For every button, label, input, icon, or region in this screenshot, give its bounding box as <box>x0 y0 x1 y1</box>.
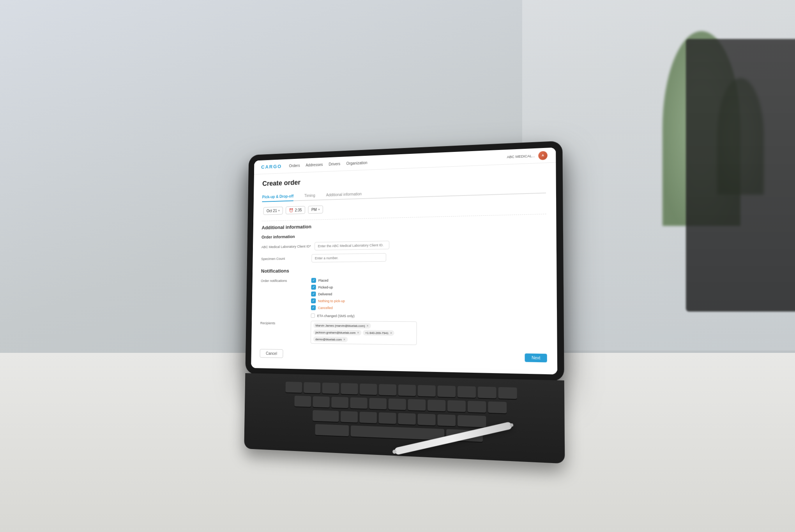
key[interactable] <box>313 396 329 407</box>
recipient-email-3: demo@bluelab.com <box>315 337 342 341</box>
eta-sms-row[interactable]: ETA changed (SMS only) <box>311 314 355 318</box>
key[interactable] <box>488 402 507 414</box>
background-monitor <box>686 39 795 312</box>
checkbox-nothing-label: Nothing to pick-up <box>318 299 345 303</box>
key[interactable] <box>331 397 348 408</box>
key[interactable] <box>447 400 466 412</box>
cancel-button[interactable]: Cancel <box>260 349 283 358</box>
key[interactable] <box>378 412 396 424</box>
tag-remove-icon[interactable]: × <box>357 331 359 335</box>
avatar: A <box>538 151 548 160</box>
next-button[interactable]: Next <box>525 353 547 362</box>
order-notifications-row: Order notifications ✓ Placed <box>260 277 547 319</box>
key[interactable] <box>437 414 455 426</box>
specimen-count-input[interactable] <box>311 253 386 262</box>
key[interactable] <box>341 383 358 395</box>
recipients-row: Recipients Marvin James (marvin@bluelab.… <box>260 321 547 347</box>
recipients-box[interactable]: Marvin James (marvin@bluelab.com) × jack… <box>311 321 417 345</box>
app-ui: CARGO Orders Addresses Drivers Organizat… <box>251 148 557 375</box>
nav-items: Orders Addresses Drivers Organization <box>289 159 367 170</box>
tab-pickup-dropoff[interactable]: Pick-up & Drop-off <box>262 192 293 201</box>
checkbox-nothing-to-pickup[interactable]: ✓ Nothing to pick-up <box>311 298 355 303</box>
key[interactable] <box>350 397 367 409</box>
key[interactable] <box>304 382 320 393</box>
key[interactable] <box>437 386 455 397</box>
checkbox-placed[interactable]: ✓ Placed <box>311 278 355 283</box>
key[interactable] <box>398 384 415 396</box>
key[interactable] <box>458 386 476 398</box>
recipient-tag-1[interactable]: jackson.graham@bluelab.com × <box>313 329 362 335</box>
nav-organization[interactable]: Organization <box>346 159 367 167</box>
checkbox-placed-icon: ✓ <box>311 278 316 283</box>
notifications-title: Notifications <box>261 265 547 274</box>
scene: CARGO Orders Addresses Drivers Organizat… <box>0 0 795 532</box>
key[interactable] <box>379 384 396 395</box>
nav-orders[interactable]: Orders <box>289 162 300 169</box>
key[interactable] <box>498 387 517 399</box>
backspace-key[interactable] <box>458 415 486 427</box>
order-notifications-label: Order notifications <box>261 278 307 283</box>
key[interactable] <box>388 398 406 410</box>
checkbox-pickedup-label: Picked-up <box>318 285 333 289</box>
key[interactable] <box>359 412 376 423</box>
clock-icon: ⏰ <box>289 208 293 213</box>
checkbox-cancelled-icon: ✓ <box>311 305 316 310</box>
tag-remove-icon[interactable]: × <box>390 331 392 335</box>
tab-timing[interactable]: Timing <box>304 191 315 200</box>
checkbox-list: ✓ Placed ✓ Picked-up <box>311 278 355 318</box>
date-value: Oct 21 <box>267 209 277 213</box>
date-chevron-icon: ▾ <box>278 209 280 212</box>
client-id-row: ABC Medical Laboratory Client ID* <box>261 238 546 251</box>
app-logo: CARGO <box>261 164 282 170</box>
recipient-email-1: jackson.graham@bluelab.com <box>315 331 355 335</box>
key[interactable] <box>398 413 415 425</box>
nav-addresses[interactable]: Addresses <box>306 161 323 169</box>
checkbox-delivered-icon: ✓ <box>311 292 316 297</box>
period-value: PM <box>311 208 317 212</box>
key[interactable] <box>369 398 387 410</box>
recipient-tag-0[interactable]: Marvin James (marvin@bluelab.com) × <box>313 323 371 329</box>
ipad-screen: CARGO Orders Addresses Drivers Organizat… <box>251 148 557 375</box>
recipient-tag-2[interactable]: +1 840-269-7941 × <box>363 330 394 336</box>
checkmark-icon: ✓ <box>312 299 315 303</box>
nav-drivers[interactable]: Drivers <box>329 160 340 167</box>
eta-checkbox[interactable] <box>311 314 315 318</box>
order-info-title: Order information <box>261 229 546 239</box>
key[interactable] <box>294 396 311 407</box>
checkbox-placed-label: Placed <box>318 278 329 282</box>
ipad-device: CARGO Orders Addresses Drivers Organizat… <box>245 141 564 381</box>
recipient-tag-3[interactable]: demo@bluelab.com × <box>313 336 348 342</box>
period-select[interactable]: PM ▾ <box>308 206 323 214</box>
tab-additional-info[interactable]: Additional information <box>326 190 362 199</box>
key[interactable] <box>408 399 426 410</box>
key[interactable] <box>468 401 486 413</box>
time-field[interactable]: ⏰ 2:35 <box>286 206 305 214</box>
checkmark-icon: ✓ <box>312 306 315 310</box>
tag-remove-icon[interactable]: × <box>343 338 345 342</box>
ctrl-key[interactable] <box>315 424 349 436</box>
shift-key[interactable] <box>313 410 339 422</box>
key[interactable] <box>341 411 358 423</box>
key[interactable] <box>417 385 435 397</box>
client-id-input[interactable] <box>314 241 389 250</box>
checkbox-pickedup-icon: ✓ <box>311 285 316 290</box>
spacebar-key[interactable] <box>351 425 444 440</box>
key[interactable] <box>478 386 496 398</box>
checkbox-pickedup[interactable]: ✓ Picked-up <box>311 285 355 290</box>
key[interactable] <box>360 384 377 395</box>
checkbox-cancelled[interactable]: ✓ Cancelled <box>311 305 355 310</box>
checkbox-nothing-icon: ✓ <box>311 298 316 303</box>
key[interactable] <box>417 414 435 425</box>
checkbox-delivered[interactable]: ✓ Delivered <box>311 291 355 296</box>
checkmark-icon: ✓ <box>312 292 315 296</box>
keyboard-rows <box>244 373 565 451</box>
key[interactable] <box>428 400 445 411</box>
nav-user-label: ABC MEDICAL... <box>507 154 535 159</box>
timing-row: Oct 21 ▾ ⏰ 2:35 PM ▾ <box>262 199 546 215</box>
period-chevron-icon: ▾ <box>318 208 320 211</box>
recipient-email-0: Marvin James (marvin@bluelab.com) <box>316 324 365 328</box>
key[interactable] <box>285 382 302 393</box>
key[interactable] <box>322 382 339 394</box>
tag-remove-icon[interactable]: × <box>367 324 369 328</box>
date-select[interactable]: Oct 21 ▾ <box>263 207 283 215</box>
